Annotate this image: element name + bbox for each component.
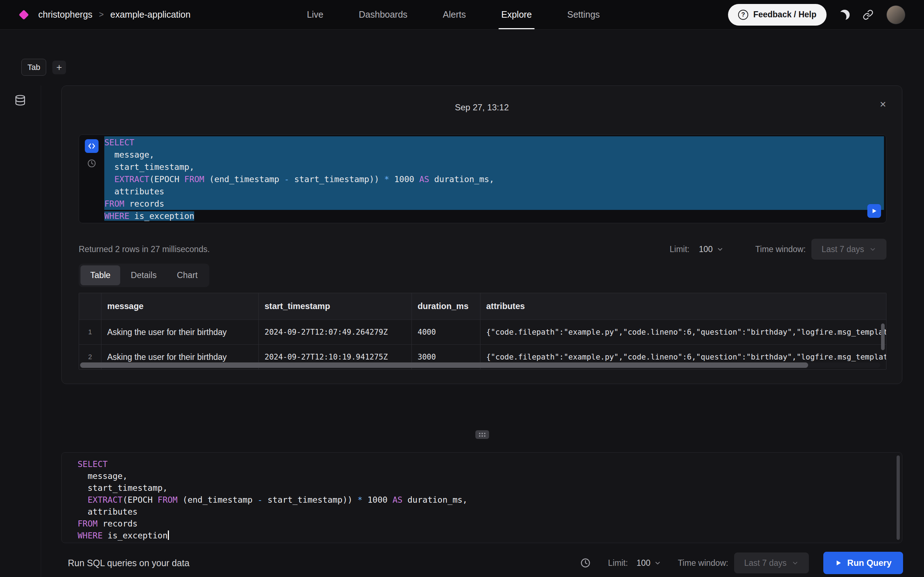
column-header-duration_ms: duration_ms	[412, 293, 480, 319]
plus-icon: +	[56, 62, 62, 73]
history-icon[interactable]	[87, 159, 96, 168]
code-line: SELECT	[104, 136, 884, 148]
time-window-label: Time window:	[756, 245, 806, 254]
editor-sql-code[interactable]: SELECT message, start_timestamp, EXTRACT…	[78, 458, 891, 542]
code-icon[interactable]	[85, 139, 99, 153]
editor-hint-text: Run SQL queries on your data	[68, 558, 189, 568]
nav-item-explore[interactable]: Explore	[500, 0, 533, 29]
table-row[interactable]: 1Asking the user for their birthday2024-…	[79, 319, 886, 344]
feedback-help-button[interactable]: ? Feedback / Help	[728, 4, 827, 26]
breadcrumb-separator: >	[99, 10, 103, 19]
sql-editor[interactable]: SELECT message, start_timestamp, EXTRACT…	[61, 452, 902, 543]
editor-vertical-scrollbar[interactable]	[897, 456, 900, 540]
nav-item-alerts[interactable]: Alerts	[441, 0, 467, 29]
cell-message: Asking the user for their birthday	[102, 320, 259, 344]
view-tab-details[interactable]: Details	[121, 266, 166, 285]
text-caret	[168, 530, 169, 540]
limit-value: 100	[637, 558, 650, 568]
cell-num: 1	[79, 320, 102, 344]
breadcrumb-project[interactable]: example-application	[110, 10, 191, 20]
top-navbar: christophergs > example-application Live…	[0, 0, 924, 29]
code-line: attributes	[78, 506, 891, 518]
navbar-right: ? Feedback / Help	[728, 0, 924, 29]
add-tab-button[interactable]: +	[52, 61, 66, 74]
limit-value: 100	[699, 245, 712, 254]
question-circle-icon: ?	[738, 10, 748, 20]
column-header-row-number	[79, 293, 102, 319]
code-line: FROM records	[78, 518, 891, 530]
bottom-bar-controls: Limit: 100 Time window: Last 7 days Run …	[580, 552, 903, 574]
column-header-message: message	[102, 293, 259, 319]
chevron-down-icon	[869, 246, 876, 253]
main-nav: LiveDashboardsAlertsExploreSettings	[305, 0, 601, 29]
limit-label: Limit:	[608, 558, 628, 568]
cell-attr: {"code.filepath":"example.py","code.line…	[480, 320, 886, 344]
result-sql-code[interactable]: SELECT message, start_timestamp, EXTRACT…	[104, 135, 886, 223]
time-window-dropdown[interactable]: Last 7 days	[811, 239, 887, 259]
run-query-mini-button[interactable]	[867, 204, 881, 218]
time-window-label: Time window:	[678, 558, 729, 568]
horizontal-scrollbar-track	[80, 363, 880, 368]
drag-dots-icon	[479, 433, 480, 434]
run-query-label: Run Query	[847, 558, 892, 568]
logfire-logo[interactable]	[19, 10, 29, 19]
result-sql-viewer: SELECT message, start_timestamp, EXTRACT…	[79, 134, 887, 223]
code-line: EXTRACT(EPOCH FROM (end_timestamp - star…	[104, 173, 884, 185]
breadcrumb: christophergs > example-application	[38, 10, 191, 20]
view-tabs: TableDetailsChart	[79, 264, 209, 287]
code-line: start_timestamp,	[78, 482, 891, 494]
nav-item-dashboards[interactable]: Dashboards	[357, 0, 409, 29]
split-drag-handle[interactable]	[475, 430, 489, 439]
view-tab-table[interactable]: Table	[81, 266, 120, 285]
limit-dropdown[interactable]: 100	[699, 245, 723, 254]
query-history-icon[interactable]	[580, 558, 591, 568]
query-timestamp: Sep 27, 13:12	[62, 102, 902, 113]
cell-start: 2024-09-27T12:07:49.264279Z	[259, 320, 412, 344]
chevron-down-icon	[792, 559, 799, 567]
schema-database-icon[interactable]	[15, 95, 26, 106]
results-panel: Sep 27, 13:12 × SELECT message, start_ti…	[61, 85, 902, 384]
vertical-scrollbar[interactable]	[881, 324, 885, 350]
column-header-attributes: attributes	[480, 293, 886, 319]
results-table-header: messagestart_timestampduration_msattribu…	[79, 293, 886, 319]
code-line: WHERE is_exception	[104, 210, 884, 222]
limit-dropdown[interactable]: 100	[637, 558, 661, 568]
nav-item-live[interactable]: Live	[305, 0, 325, 29]
query-tab[interactable]: Tab	[21, 59, 46, 76]
left-rail-divider	[41, 85, 41, 577]
sql-gutter	[79, 135, 104, 223]
play-icon	[835, 559, 842, 567]
code-line: attributes	[104, 185, 884, 198]
bottom-bar: Run SQL queries on your data Limit: 100 …	[41, 549, 924, 577]
code-line: message,	[78, 470, 891, 482]
status-controls: Limit: 100 Time window: Last 7 days	[670, 239, 887, 259]
time-window-value: Last 7 days	[744, 558, 787, 568]
status-row: Returned 2 rows in 27 milliseconds. Limi…	[79, 239, 887, 259]
code-line: FROM records	[104, 198, 884, 210]
chevron-down-icon	[716, 246, 724, 253]
horizontal-scrollbar[interactable]	[80, 363, 808, 368]
dark-mode-toggle-moon-icon[interactable]	[840, 10, 850, 20]
close-icon[interactable]: ×	[880, 99, 886, 110]
code-line: EXTRACT(EPOCH FROM (end_timestamp - star…	[78, 494, 891, 506]
run-query-button[interactable]: Run Query	[823, 552, 903, 574]
view-tab-chart[interactable]: Chart	[167, 266, 207, 285]
share-link-icon[interactable]	[863, 10, 874, 20]
limit-label: Limit:	[670, 245, 690, 254]
result-status-text: Returned 2 rows in 27 milliseconds.	[79, 245, 210, 254]
cell-dur: 4000	[412, 320, 480, 344]
user-avatar[interactable]	[887, 5, 905, 24]
code-line: SELECT	[78, 458, 891, 470]
breadcrumb-org[interactable]: christophergs	[38, 10, 92, 20]
time-window-dropdown[interactable]: Last 7 days	[734, 553, 809, 574]
feedback-help-label: Feedback / Help	[753, 10, 816, 19]
results-table-body: 1Asking the user for their birthday2024-…	[79, 319, 886, 369]
chevron-down-icon	[654, 559, 661, 567]
nav-item-settings[interactable]: Settings	[566, 0, 601, 29]
code-line: WHERE is_exception	[78, 530, 891, 542]
results-table: messagestart_timestampduration_msattribu…	[79, 293, 887, 370]
code-line: message,	[104, 148, 884, 161]
code-line: start_timestamp,	[104, 161, 884, 173]
query-tab-label: Tab	[27, 63, 40, 72]
column-header-start_timestamp: start_timestamp	[259, 293, 412, 319]
